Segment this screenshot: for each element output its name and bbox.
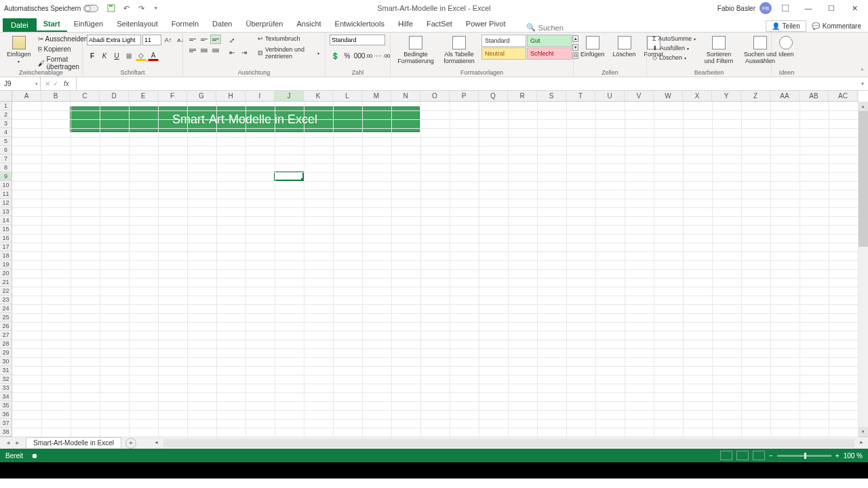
row-header[interactable]: 30 — [0, 357, 12, 366]
align-center-button[interactable] — [199, 45, 210, 55]
row-header[interactable]: 20 — [0, 269, 12, 278]
row-header[interactable]: 19 — [0, 260, 12, 269]
clear-button[interactable]: ◇Löschen▾ — [651, 54, 697, 62]
tab-hilfe[interactable]: Hilfe — [391, 17, 420, 32]
column-header[interactable]: AB — [800, 91, 829, 101]
row-header[interactable]: 28 — [0, 340, 12, 348]
row-header[interactable]: 32 — [0, 375, 12, 384]
row-header[interactable]: 18 — [0, 251, 12, 260]
row-header[interactable]: 34 — [0, 392, 12, 401]
horizontal-scrollbar[interactable] — [163, 439, 854, 447]
tab-ansicht[interactable]: Ansicht — [290, 17, 328, 32]
cells-area[interactable]: Smart-Art-Modelle in Excel — [12, 102, 859, 436]
row-header[interactable]: 25 — [0, 313, 12, 322]
row-header[interactable]: 36 — [0, 410, 12, 419]
increase-font-icon[interactable]: A↑ — [163, 35, 174, 45]
row-header[interactable]: 1 — [0, 102, 12, 110]
normal-view-icon[interactable] — [720, 451, 732, 460]
row-header[interactable]: 23 — [0, 296, 12, 304]
toggle-switch-icon[interactable] — [83, 5, 98, 12]
column-header[interactable]: AC — [829, 91, 858, 101]
wrap-text-button[interactable]: ↩Textumbruch — [256, 35, 321, 43]
name-box[interactable]: J9 — [0, 77, 41, 90]
column-header[interactable]: N — [391, 91, 420, 101]
row-header[interactable]: 11 — [0, 190, 12, 199]
row-header[interactable]: 38 — [0, 428, 12, 436]
comma-format-button[interactable]: 000 — [354, 50, 365, 61]
paste-button[interactable]: Einfügen ▾ — [4, 35, 34, 65]
bold-button[interactable]: F — [87, 50, 98, 61]
column-header[interactable]: G — [187, 91, 216, 101]
sort-filter-button[interactable]: Sortieren und Filtern — [700, 35, 738, 66]
column-header[interactable]: J — [275, 91, 304, 101]
row-header[interactable]: 22 — [0, 287, 12, 296]
tab-entwicklertools[interactable]: Entwicklertools — [328, 17, 391, 32]
style-gut[interactable]: Gut — [527, 35, 572, 47]
cancel-formula-icon[interactable]: ✕ — [45, 80, 50, 87]
column-header[interactable]: K — [304, 91, 333, 101]
zoom-slider[interactable] — [777, 455, 831, 457]
tab-factset[interactable]: FactSet — [420, 17, 459, 32]
copy-button[interactable]: ⎘Kopieren — [37, 45, 90, 54]
row-header[interactable]: 31 — [0, 366, 12, 375]
page-break-view-icon[interactable] — [753, 451, 765, 460]
column-header[interactable]: I — [245, 91, 275, 101]
row-header[interactable]: 6 — [0, 146, 12, 155]
row-header[interactable]: 14 — [0, 216, 12, 225]
tab-überprüfen[interactable]: Überprüfen — [239, 17, 290, 32]
orientation-button[interactable]: ⤢ — [226, 35, 237, 45]
style-standard[interactable]: Standard — [481, 35, 526, 47]
format-as-table-button[interactable]: Als Tabelle formatieren — [439, 35, 479, 66]
tab-start[interactable]: Start — [37, 17, 67, 32]
column-header[interactable]: X — [683, 91, 712, 101]
zoom-level[interactable]: 100 % — [844, 452, 863, 460]
row-header[interactable]: 10 — [0, 181, 12, 190]
sheet-tab[interactable]: Smart-Art-Modelle in Excel — [26, 437, 121, 448]
row-header[interactable]: 8 — [0, 163, 12, 172]
align-right-button[interactable] — [210, 45, 221, 55]
close-icon[interactable]: ✕ — [845, 1, 864, 15]
cut-button[interactable]: ✂Ausschneiden — [37, 35, 90, 43]
zoom-out-icon[interactable]: − — [769, 452, 773, 460]
tab-seitenlayout[interactable]: Seitenlayout — [110, 17, 165, 32]
scroll-thumb[interactable] — [859, 111, 868, 247]
insert-cells-button[interactable]: Einfügen — [578, 35, 608, 59]
style-schlecht[interactable]: Schlecht — [527, 47, 572, 60]
vertical-scrollbar[interactable]: ▴ ▾ — [859, 102, 868, 436]
autosave-toggle[interactable]: Automatisches Speichern — [4, 5, 98, 12]
column-header[interactable]: L — [333, 91, 362, 101]
row-header[interactable]: 3 — [0, 119, 12, 128]
zoom-in-icon[interactable]: + — [835, 452, 840, 460]
minimize-icon[interactable]: — — [799, 1, 818, 15]
row-header[interactable]: 26 — [0, 322, 12, 331]
number-format-select[interactable] — [330, 35, 385, 45]
column-header[interactable]: AA — [770, 91, 800, 101]
select-all-corner[interactable] — [0, 91, 12, 102]
macro-record-icon[interactable]: ⏺ — [31, 452, 38, 460]
column-header[interactable]: W — [654, 91, 683, 101]
page-layout-view-icon[interactable] — [736, 451, 749, 460]
column-header[interactable]: D — [100, 91, 129, 101]
search-box[interactable]: 🔍 Suchen — [526, 23, 564, 32]
italic-button[interactable]: K — [99, 50, 110, 61]
spreadsheet-grid[interactable]: ABCDEFGHIJKLMNOPQRSTUVWXYZAAABAC 1234567… — [0, 91, 868, 436]
column-header[interactable]: T — [566, 91, 595, 101]
column-header[interactable]: S — [537, 91, 566, 101]
selected-cell[interactable] — [274, 171, 304, 181]
increase-indent-button[interactable]: ⇥ — [239, 47, 250, 58]
tab-formeln[interactable]: Formeln — [165, 17, 205, 32]
scroll-up-icon[interactable]: ▴ — [859, 102, 868, 111]
add-sheet-button[interactable]: + — [125, 438, 136, 449]
row-header[interactable]: 37 — [0, 419, 12, 428]
column-header[interactable]: R — [508, 91, 537, 101]
redo-icon[interactable]: ↷ — [136, 3, 146, 13]
column-header[interactable]: Q — [479, 91, 508, 101]
row-header[interactable]: 15 — [0, 225, 12, 234]
enter-formula-icon[interactable]: ✓ — [53, 80, 58, 87]
delete-cells-button[interactable]: Löschen — [610, 35, 639, 59]
font-size-select[interactable] — [142, 35, 161, 45]
align-bottom-button[interactable] — [210, 35, 221, 44]
share-button[interactable]: 👤 Teilen — [766, 20, 806, 32]
conditional-formatting-button[interactable]: Bedingte Formatierung — [395, 35, 437, 66]
row-header[interactable]: 2 — [0, 110, 12, 119]
